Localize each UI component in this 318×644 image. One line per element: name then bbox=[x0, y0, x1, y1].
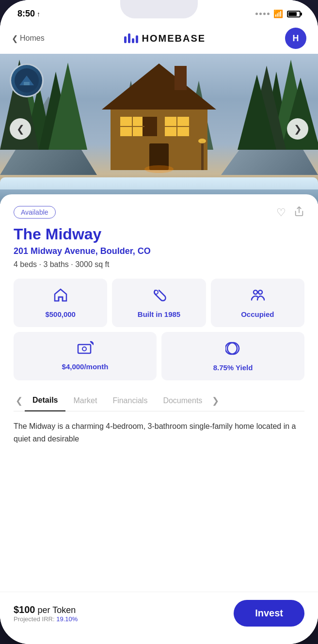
token-info: $100 per Token Projected IRR: 19.10% bbox=[14, 604, 78, 623]
home-icon bbox=[53, 287, 68, 306]
house-scene bbox=[0, 54, 318, 204]
svg-point-24 bbox=[144, 165, 174, 173]
wifi-icon: 📶 bbox=[273, 9, 283, 18]
stat-card-occupied: Occupied bbox=[211, 279, 304, 327]
svg-rect-28 bbox=[24, 82, 30, 85]
tab-market[interactable]: Market bbox=[65, 391, 105, 411]
prev-image-button[interactable]: ❮ bbox=[10, 118, 31, 140]
logo: HOMEBASE bbox=[124, 33, 206, 44]
house-icon-svg bbox=[53, 287, 68, 303]
rent-icon-svg bbox=[77, 341, 94, 355]
content-area: Available ♡ The Midway 201 Midway Avenue… bbox=[0, 194, 318, 644]
wrench-icon-svg bbox=[151, 287, 167, 303]
people-icon bbox=[250, 287, 265, 306]
stat-built-value: Built in 1985 bbox=[138, 310, 180, 318]
irr-label: Projected IRR: bbox=[14, 615, 55, 623]
logo-bar-1 bbox=[124, 36, 127, 43]
stat-yield-value: 8.75% Yield bbox=[213, 363, 253, 372]
house-svg bbox=[0, 54, 318, 185]
stats-row2: $4,000/month 8.75% Yield bbox=[14, 332, 304, 380]
rent-icon bbox=[77, 341, 94, 359]
svg-point-34 bbox=[82, 347, 86, 351]
battery-icon bbox=[287, 11, 301, 17]
wrench-icon bbox=[151, 287, 167, 306]
phone-screen: 8:50 ↑ 📶 ❮ Homes bbox=[0, 0, 318, 644]
logo-bar-4 bbox=[136, 35, 138, 43]
stat-occupied-value: Occupied bbox=[241, 310, 274, 318]
stat-card-price: $500,000 bbox=[14, 279, 107, 327]
yield-icon bbox=[225, 341, 241, 360]
token-unit: per Token bbox=[38, 605, 76, 615]
irr-value: 19.10% bbox=[56, 615, 78, 623]
battery-fill bbox=[288, 12, 297, 16]
tab-arrow-right[interactable]: ❯ bbox=[210, 395, 221, 406]
logo-bar-3 bbox=[132, 38, 134, 43]
signal-dots bbox=[255, 13, 270, 15]
stats-grid: $500,000 Built in 1985 bbox=[14, 279, 304, 327]
tab-arrow-left[interactable]: ❮ bbox=[14, 395, 25, 406]
projected-irr: Projected IRR: 19.10% bbox=[14, 615, 78, 623]
back-label: Homes bbox=[20, 34, 45, 43]
favorite-button[interactable]: ♡ bbox=[276, 206, 286, 219]
property-header: Available ♡ bbox=[14, 206, 304, 220]
invest-button[interactable]: Invest bbox=[234, 600, 304, 627]
yield-icon-svg bbox=[225, 341, 241, 356]
stat-card-rent: $4,000/month bbox=[14, 332, 157, 380]
svg-rect-25 bbox=[201, 141, 204, 170]
property-address: 201 Midway Avenue, Boulder, CO bbox=[14, 246, 304, 256]
logo-text: HOMEBASE bbox=[142, 33, 206, 44]
phone-shell: 8:50 ↑ 📶 ❮ Homes bbox=[0, 0, 318, 644]
svg-rect-15 bbox=[175, 66, 187, 90]
svg-point-32 bbox=[258, 290, 262, 294]
notch bbox=[120, 0, 198, 18]
property-name: The Midway bbox=[14, 225, 304, 243]
header-actions: ♡ bbox=[276, 206, 304, 220]
logo-icon bbox=[124, 33, 138, 43]
stat-rent-value: $4,000/month bbox=[62, 362, 109, 371]
property-specs: 4 beds · 3 baths · 3000 sq ft bbox=[14, 260, 304, 269]
bottom-bar: $100 per Token Projected IRR: 19.10% Inv… bbox=[0, 592, 318, 644]
share-button[interactable] bbox=[294, 206, 304, 220]
tabs-container: ❮ Details Market Financials Documents ❯ bbox=[14, 390, 304, 411]
tab-documents[interactable]: Documents bbox=[155, 391, 210, 411]
signal-dot bbox=[263, 13, 266, 15]
status-time: 8:50 ↑ bbox=[17, 9, 40, 19]
back-button[interactable]: ❮ Homes bbox=[12, 34, 45, 43]
signal-dot bbox=[255, 13, 258, 15]
thumbnail-icon bbox=[15, 68, 39, 93]
svg-marker-14 bbox=[102, 63, 216, 110]
logo-bar-2 bbox=[128, 33, 130, 43]
stat-card-built: Built in 1985 bbox=[112, 279, 206, 327]
property-thumbnail bbox=[10, 63, 44, 97]
property-description: The Midway is a charming 4-bedroom, 3-ba… bbox=[14, 420, 304, 493]
stat-price-value: $500,000 bbox=[45, 310, 76, 318]
tab-financials[interactable]: Financials bbox=[105, 391, 155, 411]
hero-image-container: ❮ ❯ bbox=[0, 54, 318, 204]
stat-card-yield: 8.75% Yield bbox=[161, 332, 304, 380]
token-price: $100 per Token bbox=[14, 604, 78, 615]
status-badge: Available bbox=[14, 206, 56, 219]
tab-details[interactable]: Details bbox=[25, 390, 65, 411]
nav-bar: ❮ Homes HOMEBASE H bbox=[0, 23, 318, 54]
svg-rect-18 bbox=[143, 117, 157, 136]
avatar-button[interactable]: H bbox=[285, 28, 306, 49]
svg-rect-33 bbox=[78, 345, 91, 353]
status-icons: 📶 bbox=[255, 9, 301, 18]
avatar-label: H bbox=[292, 33, 299, 44]
location-icon: ↑ bbox=[37, 10, 40, 18]
svg-point-26 bbox=[198, 139, 206, 143]
svg-point-31 bbox=[254, 290, 257, 294]
signal-dot bbox=[267, 13, 270, 15]
people-icon-svg bbox=[250, 287, 265, 303]
next-image-button[interactable]: ❯ bbox=[287, 118, 308, 140]
token-price-value: $100 bbox=[14, 604, 35, 615]
signal-dot bbox=[259, 13, 262, 15]
chevron-left-icon: ❮ bbox=[12, 34, 18, 43]
